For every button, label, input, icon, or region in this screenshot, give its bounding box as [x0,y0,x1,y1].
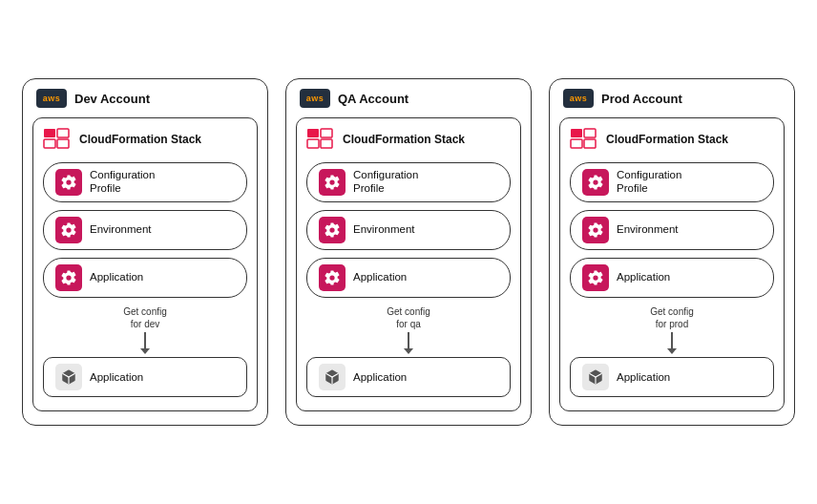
account-header-qa: aws QA Account [296,89,521,108]
bottom-app-icon-dev [55,364,82,390]
config-profile-row-dev: ConfigurationProfile [43,162,247,202]
arrow-down-prod [671,332,673,349]
account-box-dev: aws Dev Account CloudFormation Stack Con… [22,78,268,426]
get-config-label-prod: Get configfor prod [650,305,694,330]
svg-rect-0 [44,129,55,137]
arrow-down-dev [144,332,146,349]
application-label-qa: Application [353,271,407,284]
bottom-app-label-dev: Application [90,371,143,383]
stack-title-dev: CloudFormation Stack [79,133,201,146]
svg-rect-5 [307,129,319,137]
bottom-app-box-qa: Application [306,357,511,397]
application-row-dev: Application [43,258,247,298]
config-profile-label-qa: ConfigurationProfile [353,169,418,196]
bottom-app-box-prod: Application [570,357,774,397]
arrow-container-qa: Get configfor qa [306,305,511,349]
stack-title-prod: CloudFormation Stack [606,133,728,146]
stack-title-qa: CloudFormation Stack [343,133,465,146]
svg-rect-7 [307,139,319,148]
config-profile-icon-qa [319,169,346,196]
aws-logo-qa: aws [300,89,330,108]
svg-rect-13 [584,139,596,148]
account-title-qa: QA Account [338,92,408,106]
account-title-prod: Prod Account [601,92,682,106]
stack-header-qa: CloudFormation Stack [306,128,511,151]
arrow-down-qa [408,332,409,349]
get-config-label-dev: Get configfor dev [123,305,167,330]
aws-logo-dev: aws [36,89,67,108]
config-profile-icon-dev [55,169,82,196]
accounts-container: aws Dev Account CloudFormation Stack Con… [22,78,795,426]
svg-rect-6 [321,129,332,137]
svg-rect-8 [321,139,332,148]
account-box-prod: aws Prod Account CloudFormation Stack Co… [549,78,795,426]
config-profile-label-dev: ConfigurationProfile [90,169,155,196]
application-icon-dev [55,264,82,291]
environment-label-prod: Environment [617,223,679,237]
environment-icon-qa [319,217,346,243]
account-box-qa: aws QA Account CloudFormation Stack Conf… [285,78,532,426]
aws-logo-text-dev: aws [43,94,61,103]
account-title-dev: Dev Account [74,92,150,106]
stack-box-qa: CloudFormation Stack ConfigurationProfil… [296,117,521,411]
config-profile-icon-prod [582,169,609,196]
aws-logo-text-prod: aws [570,94,588,103]
svg-rect-3 [57,139,69,148]
environment-icon-prod [582,217,609,243]
application-label-prod: Application [617,271,670,284]
stack-box-dev: CloudFormation Stack ConfigurationProfil… [32,117,258,411]
account-header-dev: aws Dev Account [32,89,258,108]
svg-rect-10 [571,129,582,137]
environment-row-dev: Environment [43,210,247,250]
config-profile-row-qa: ConfigurationProfile [306,162,511,202]
application-row-prod: Application [570,258,774,298]
application-row-qa: Application [306,258,511,298]
get-config-label-qa: Get configfor qa [387,305,430,330]
account-header-prod: aws Prod Account [559,89,785,108]
svg-rect-12 [571,139,582,148]
application-label-dev: Application [90,271,143,284]
stack-box-prod: CloudFormation Stack ConfigurationProfil… [559,117,785,411]
stack-header-dev: CloudFormation Stack [43,128,247,151]
environment-label-qa: Environment [353,223,415,237]
environment-row-prod: Environment [570,210,774,250]
environment-icon-dev [55,217,82,243]
application-icon-qa [319,264,346,291]
svg-rect-2 [44,139,55,148]
arrow-container-dev: Get configfor dev [43,305,247,349]
bottom-app-box-dev: Application [43,357,247,397]
environment-label-dev: Environment [90,223,152,237]
arrow-container-prod: Get configfor prod [570,305,774,349]
application-icon-prod [582,264,609,291]
bottom-app-label-prod: Application [617,371,670,383]
bottom-app-icon-qa [319,364,346,390]
bottom-app-label-qa: Application [353,371,407,383]
aws-logo-prod: aws [563,89,594,108]
svg-rect-1 [57,129,69,137]
aws-logo-text-qa: aws [306,94,325,103]
stack-header-prod: CloudFormation Stack [570,128,774,151]
config-profile-label-prod: ConfigurationProfile [617,169,681,196]
config-profile-row-prod: ConfigurationProfile [570,162,774,202]
bottom-app-icon-prod [582,364,609,390]
environment-row-qa: Environment [306,210,511,250]
svg-rect-11 [584,129,596,137]
